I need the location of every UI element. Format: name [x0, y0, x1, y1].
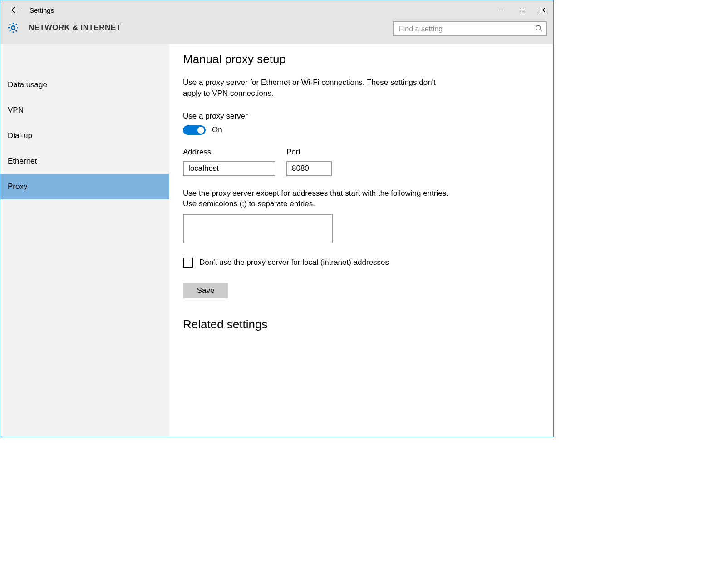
address-label: Address — [183, 148, 275, 157]
window-controls — [491, 0, 553, 20]
toggle-knob — [197, 127, 204, 134]
sidebar-item-dial-up[interactable]: Dial-up — [0, 123, 169, 149]
maximize-button[interactable] — [512, 0, 532, 20]
titlebar: Settings — [0, 0, 553, 20]
category-title: NETWORK & INTERNET — [29, 23, 121, 32]
search-input[interactable] — [399, 25, 535, 33]
section-title: Manual proxy setup — [183, 52, 540, 66]
exceptions-label: Use the proxy server except for addresse… — [183, 188, 451, 210]
sidebar-item-label: Ethernet — [8, 157, 37, 166]
sidebar-item-airplane-mode[interactable] — [0, 47, 169, 72]
sidebar-item-label: Dial-up — [8, 131, 32, 140]
use-proxy-toggle[interactable] — [183, 125, 206, 135]
search-icon — [535, 25, 542, 33]
section-description: Use a proxy server for Ethernet or Wi-Fi… — [183, 77, 451, 99]
sidebar-item-vpn[interactable]: VPN — [0, 98, 169, 123]
address-input[interactable] — [183, 161, 275, 176]
minimize-button[interactable] — [491, 0, 512, 20]
use-proxy-label: Use a proxy server — [183, 112, 540, 121]
svg-line-7 — [540, 30, 542, 31]
sidebar-item-label: VPN — [8, 106, 24, 115]
gear-icon — [7, 21, 20, 34]
svg-rect-2 — [520, 8, 524, 12]
sidebar-item-data-usage[interactable]: Data usage — [0, 72, 169, 98]
sidebar: Data usage VPN Dial-up Ethernet Proxy — [0, 44, 169, 437]
content-area: Manual proxy setup Use a proxy server fo… — [169, 44, 553, 437]
subheader: NETWORK & INTERNET — [0, 20, 553, 44]
svg-point-6 — [536, 25, 541, 30]
sidebar-item-label: Proxy — [8, 182, 27, 191]
exceptions-input[interactable] — [183, 214, 333, 243]
save-button[interactable]: Save — [183, 283, 228, 298]
port-input[interactable] — [286, 161, 332, 176]
back-button[interactable] — [9, 4, 21, 16]
search-box[interactable] — [393, 21, 547, 36]
bypass-local-checkbox[interactable] — [183, 258, 193, 268]
toggle-state-label: On — [212, 125, 222, 134]
bypass-local-label[interactable]: Don't use the proxy server for local (in… — [199, 258, 389, 267]
port-label: Port — [286, 148, 332, 157]
related-settings-title: Related settings — [183, 317, 540, 332]
sidebar-item-label: Data usage — [8, 80, 47, 89]
sidebar-item-ethernet[interactable]: Ethernet — [0, 149, 169, 174]
sidebar-item-proxy[interactable]: Proxy — [0, 174, 169, 199]
close-button[interactable] — [532, 0, 553, 20]
svg-point-5 — [11, 26, 15, 29]
window-title: Settings — [30, 6, 54, 14]
